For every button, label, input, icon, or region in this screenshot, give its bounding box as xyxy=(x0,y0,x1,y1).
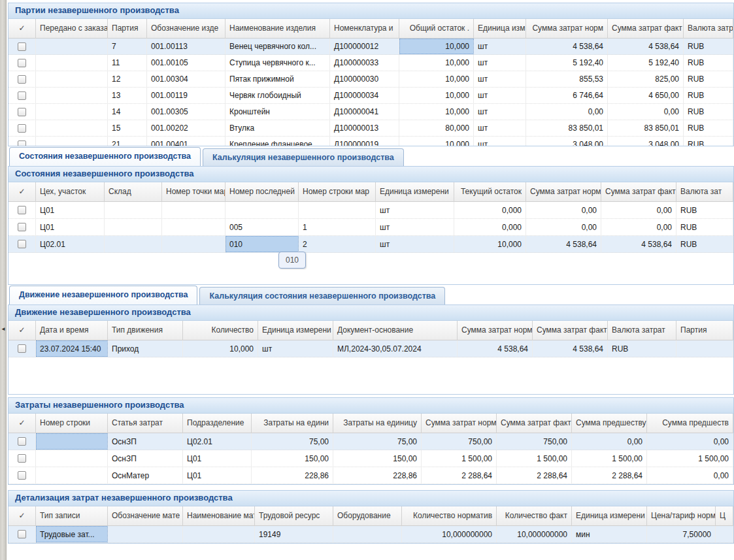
table-cell[interactable] xyxy=(108,526,183,542)
column-header[interactable]: Номер последней xyxy=(225,182,299,202)
table-cell[interactable]: Пятак прижимной xyxy=(225,71,330,87)
column-header[interactable]: Единица измерени xyxy=(258,321,333,340)
table-cell[interactable]: 1 500,00 xyxy=(497,450,572,467)
column-header[interactable]: Ц xyxy=(716,506,733,526)
column-header[interactable]: Общий остаток . xyxy=(399,19,474,39)
table-cell[interactable] xyxy=(162,219,225,235)
row-select-cell[interactable] xyxy=(8,104,36,120)
table-cell[interactable]: шт xyxy=(376,219,454,235)
table-cell[interactable] xyxy=(36,450,108,467)
select-all-header[interactable]: ✓ xyxy=(8,19,36,39)
column-header[interactable]: Количество норматив xyxy=(402,506,497,526)
left-splitter[interactable]: ◄ xyxy=(0,0,7,560)
column-header[interactable]: Номер точки марш xyxy=(162,182,225,202)
column-header[interactable]: Партия xyxy=(108,19,147,39)
table-cell[interactable]: 001.00202 xyxy=(147,120,225,136)
table-row[interactable]: 11001.00105Ступица червячного к...Д10000… xyxy=(8,55,733,71)
row-checkbox[interactable] xyxy=(18,75,26,84)
table-cell[interactable]: 3 048,00 xyxy=(608,137,684,146)
table-row[interactable]: 13001.00119Червяк глобоидныйД10000003410… xyxy=(8,88,733,104)
column-header[interactable]: Сумма затрат норм xyxy=(422,414,497,433)
row-checkbox[interactable] xyxy=(18,240,26,248)
column-header[interactable]: Количество факт xyxy=(497,506,572,526)
row-select-cell[interactable] xyxy=(8,202,36,218)
row-checkbox[interactable] xyxy=(18,91,26,100)
table-row[interactable]: 15001.00202ВтулкаД10000001380,000шт83 85… xyxy=(8,120,733,137)
table-cell[interactable]: 750,00 xyxy=(422,433,497,450)
column-header[interactable]: Тип записи xyxy=(36,506,108,526)
row-select-cell[interactable] xyxy=(8,433,36,450)
column-header[interactable]: Валюта затрат xyxy=(608,321,676,340)
row-select-cell[interactable] xyxy=(8,71,36,87)
table-cell[interactable] xyxy=(36,71,108,87)
table-cell[interactable]: Ц01 xyxy=(183,450,252,467)
column-header[interactable]: Затраты на едини xyxy=(252,414,333,433)
table-cell[interactable]: Ступица червячного к... xyxy=(225,55,330,71)
table-cell[interactable]: RUB xyxy=(676,202,733,218)
table-cell[interactable]: 150,00 xyxy=(333,450,422,467)
table-row[interactable]: 14001.00305КронштейнД10000004110,000шт0,… xyxy=(8,104,733,120)
table-cell[interactable]: 4 538,64 xyxy=(608,39,684,54)
table-cell[interactable]: 4 538,64 xyxy=(526,236,601,252)
table-cell[interactable]: 1 500,00 xyxy=(647,450,733,467)
tab-states[interactable]: Состояния незавершенного производства xyxy=(9,147,201,166)
table-cell[interactable]: 1 xyxy=(299,219,376,235)
table-row[interactable]: ОснМатерЦ01228,86228,862 288,642 288,642… xyxy=(8,467,733,484)
table-cell[interactable]: RUB xyxy=(684,88,733,103)
collapse-left-arrow-icon[interactable]: ◄ xyxy=(0,321,7,336)
table-cell[interactable]: шт xyxy=(474,137,526,146)
column-header[interactable]: Трудовой ресурс xyxy=(255,506,333,526)
table-cell[interactable]: 825,00 xyxy=(608,71,684,87)
table-cell[interactable]: 0,00 xyxy=(647,433,733,450)
table-cell[interactable] xyxy=(225,202,299,218)
row-checkbox[interactable] xyxy=(18,530,26,538)
table-cell[interactable]: 3 048,00 xyxy=(526,137,608,146)
row-select-cell[interactable] xyxy=(8,120,36,136)
table-cell[interactable]: 10,000 xyxy=(399,104,474,120)
column-header[interactable]: Документ-основание xyxy=(333,321,458,340)
table-cell[interactable]: 10,000 xyxy=(399,71,474,87)
table-cell[interactable]: 10,000000000 xyxy=(402,526,497,542)
table-cell[interactable]: 10,000 xyxy=(454,236,526,252)
table-cell[interactable]: RUB xyxy=(684,104,733,120)
table-cell[interactable]: 4 538,64 xyxy=(526,39,608,54)
table-cell[interactable]: МЛ,2024-30,05.07.2024 xyxy=(333,340,458,357)
column-header[interactable]: Цех, участок xyxy=(36,182,105,202)
table-cell[interactable]: 750,00 xyxy=(497,433,572,450)
table-cell[interactable]: 1 500,00 xyxy=(422,450,497,467)
table-cell[interactable]: 2 288,64 xyxy=(497,467,572,484)
table-cell[interactable]: шт xyxy=(474,55,526,71)
table-cell[interactable]: 0,000 xyxy=(454,219,526,235)
column-header[interactable]: Подразделение xyxy=(183,414,252,433)
table-cell[interactable]: 855,53 xyxy=(526,71,608,87)
table-cell[interactable]: Д100000041 xyxy=(330,104,399,120)
table-cell[interactable]: 0,00 xyxy=(526,219,601,235)
table-cell[interactable]: Ц02.01 xyxy=(183,433,252,450)
row-select-cell[interactable] xyxy=(8,55,36,71)
table-cell[interactable] xyxy=(105,202,162,218)
table-cell[interactable]: 7,50000 xyxy=(647,526,716,542)
table-cell[interactable] xyxy=(36,88,108,103)
table-cell[interactable]: 4 538,64 xyxy=(458,340,533,357)
column-header[interactable]: Сумма затрат факт . xyxy=(497,414,572,433)
table-cell[interactable] xyxy=(676,340,733,357)
table-cell[interactable]: 0,00 xyxy=(572,433,647,450)
column-header[interactable]: Текущий остаток xyxy=(454,182,526,202)
column-header[interactable]: Обозначение изде xyxy=(147,19,225,39)
table-cell[interactable]: Трудовые зат... xyxy=(36,526,108,542)
table-cell[interactable]: 83 850,01 xyxy=(608,120,684,136)
table-cell[interactable]: 2 xyxy=(299,236,376,252)
table-cell[interactable] xyxy=(162,202,225,218)
row-select-cell[interactable] xyxy=(8,467,36,484)
table-cell[interactable] xyxy=(36,433,108,450)
table-cell[interactable]: Д100000033 xyxy=(330,55,399,71)
column-header[interactable]: Наименование изделия xyxy=(225,19,330,39)
table-cell[interactable]: 5 192,40 xyxy=(526,55,608,71)
table-cell[interactable]: RUB xyxy=(684,120,733,136)
table-cell[interactable]: ОснЗП xyxy=(108,433,183,450)
table-row[interactable]: 12001.00304Пятак прижимнойД10000003010,0… xyxy=(8,71,733,88)
table-cell[interactable]: Д100000019 xyxy=(330,137,399,146)
column-header[interactable]: Цена/тариф норма xyxy=(647,506,716,526)
table-cell[interactable]: ОснЗП xyxy=(108,450,183,467)
table-cell[interactable]: 19149 xyxy=(255,526,333,542)
